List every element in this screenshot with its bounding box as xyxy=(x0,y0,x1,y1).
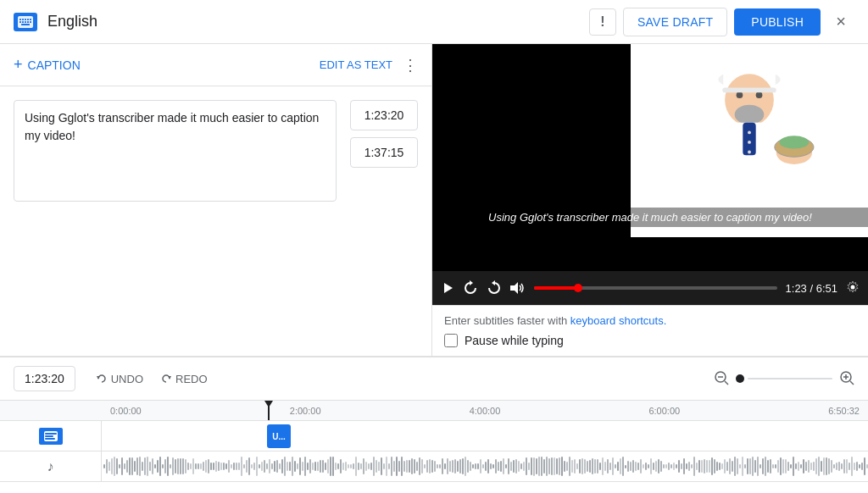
audio-waveform xyxy=(102,451,868,481)
waveform-bar xyxy=(523,462,525,470)
keyboard-shortcuts-link[interactable]: keyboard shortcuts. xyxy=(570,314,666,327)
publish-button[interactable]: PUBLISH xyxy=(734,8,821,36)
time-start-input[interactable]: 1:23:20 xyxy=(350,100,418,130)
zoom-out-button[interactable] xyxy=(714,370,729,388)
main-area: + CAPTION EDIT AS TEXT ⋮ Using Gglot's t… xyxy=(0,44,868,356)
settings-button[interactable] xyxy=(846,280,860,296)
waveform-bar xyxy=(136,457,138,475)
waveform-bar xyxy=(251,464,253,468)
waveform-bar xyxy=(398,461,400,472)
waveform-bar xyxy=(673,463,675,469)
waveform-bar xyxy=(386,457,387,476)
waveform-bar xyxy=(259,464,260,468)
svg-marker-35 xyxy=(97,376,100,379)
waveform-bar xyxy=(203,462,204,471)
waveform-bar xyxy=(228,460,230,472)
zoom-slider[interactable] xyxy=(736,374,832,383)
waveform-bar xyxy=(131,457,133,474)
waveform-bar xyxy=(510,462,512,472)
waveform-bar xyxy=(480,459,481,474)
waveform-bar xyxy=(177,458,179,475)
zoom-slider-thumb xyxy=(736,374,744,383)
waveform-bar xyxy=(253,463,255,471)
waveform-bar xyxy=(559,457,560,476)
add-caption-button[interactable]: + CAPTION xyxy=(14,56,81,74)
waveform-bar xyxy=(541,457,542,476)
volume-button[interactable] xyxy=(510,281,526,295)
waveform-bar xyxy=(373,457,375,475)
waveform-bar xyxy=(843,459,845,474)
waveform-bar xyxy=(317,462,319,471)
waveform-bar xyxy=(114,457,115,476)
audio-track-label: ♪ xyxy=(0,451,102,481)
svg-point-28 xyxy=(780,136,810,148)
waveform-bar xyxy=(813,462,815,472)
time-end-input[interactable]: 1:37:15 xyxy=(350,137,418,168)
waveform-bar xyxy=(348,464,349,468)
svg-rect-6 xyxy=(19,21,21,23)
waveform-bar xyxy=(482,464,484,468)
play-button[interactable] xyxy=(441,281,454,295)
rewind-button[interactable] xyxy=(463,280,478,296)
video-progress-bar[interactable] xyxy=(534,286,777,290)
audio-track-content xyxy=(102,451,868,481)
waveform-bar xyxy=(787,462,789,471)
timeline-playhead[interactable] xyxy=(268,401,270,420)
waveform-bar xyxy=(584,459,586,473)
svg-line-39 xyxy=(725,381,728,385)
more-options-button[interactable]: ⋮ xyxy=(403,58,418,73)
waveform-bar xyxy=(846,459,848,473)
svg-marker-30 xyxy=(444,283,453,293)
waveform-bar xyxy=(370,463,372,470)
svg-rect-7 xyxy=(22,21,24,23)
waveform-bar xyxy=(467,460,469,472)
volume-icon xyxy=(510,281,526,295)
pause-typing-checkbox[interactable] xyxy=(444,334,458,347)
svg-rect-4 xyxy=(27,19,29,20)
close-button[interactable]: × xyxy=(827,8,854,36)
waveform-bar xyxy=(546,457,548,476)
waveform-bar xyxy=(719,463,721,470)
waveform-bar xyxy=(533,457,535,476)
svg-rect-1 xyxy=(19,19,21,20)
caption-timeline-block[interactable]: U... xyxy=(267,424,291,448)
waveform-bar xyxy=(231,464,232,468)
waveform-bar xyxy=(828,458,830,474)
waveform-bar xyxy=(838,462,840,471)
waveform-bar xyxy=(734,457,736,476)
waveform-bar xyxy=(195,463,197,470)
save-draft-button[interactable]: SAVE DRAFT xyxy=(623,8,727,36)
ruler-mark-4: 6:50:32 xyxy=(828,406,860,416)
timeline-ruler: 0:00:00 2:00:00 4:00:00 6:00:00 6:50:32 xyxy=(0,401,868,421)
header-actions: ! SAVE DRAFT PUBLISH × xyxy=(589,8,854,36)
waveform-bar xyxy=(742,457,743,475)
zoom-in-button[interactable] xyxy=(839,370,854,388)
forward-button[interactable] xyxy=(487,280,502,296)
redo-button[interactable]: REDO xyxy=(153,369,214,389)
waveform-bar xyxy=(760,464,761,468)
waveform-bar xyxy=(111,458,113,475)
svg-rect-24 xyxy=(684,125,715,141)
waveform-bar xyxy=(632,460,634,473)
waveform-bar xyxy=(854,463,855,469)
waveform-bar xyxy=(515,459,517,474)
waveform-bar xyxy=(704,459,705,474)
waveform-bar xyxy=(223,463,225,470)
svg-rect-10 xyxy=(30,21,31,23)
flag-button[interactable]: ! xyxy=(589,8,616,36)
waveform-bar xyxy=(795,463,797,468)
waveform-bar xyxy=(566,462,568,471)
waveform-bar xyxy=(526,457,527,476)
waveform-bar xyxy=(332,457,334,476)
undo-button[interactable]: UNDO xyxy=(89,369,150,389)
edit-as-text-button[interactable]: EDIT AS TEXT xyxy=(320,58,392,71)
waveform-bar xyxy=(602,457,604,475)
waveform-bar xyxy=(864,457,865,475)
waveform-bar xyxy=(299,457,301,475)
waveform-bar xyxy=(172,457,174,475)
waveform-bar xyxy=(798,462,799,472)
waveform-bar xyxy=(312,463,314,470)
redo-arrow-icon xyxy=(160,373,172,385)
waveform-bar xyxy=(612,457,614,475)
caption-text-input[interactable]: Using Gglot's transcriber made it much e… xyxy=(14,100,337,202)
